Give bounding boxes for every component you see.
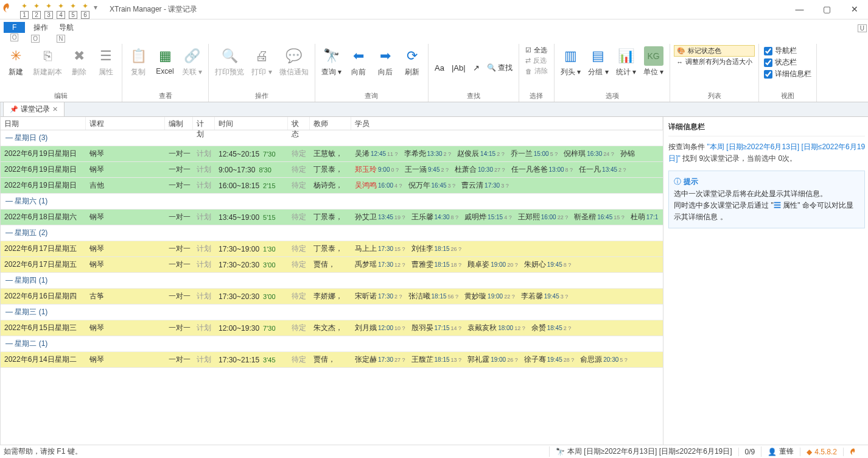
cell-bianzhi: 一对一	[165, 353, 193, 366]
select-reverse-button[interactable]: ⇄ 反选	[523, 55, 550, 66]
table-row[interactable]: 2022年6月17日星期五钢琴一对一计划17:30~19:001'30待定丁景泰…	[1, 241, 663, 257]
qat-button-5[interactable]: ✦5	[67, 4, 79, 16]
toggle-detailbar[interactable]: 详细信息栏	[763, 68, 813, 80]
print-preview-button[interactable]: 🔍打印预览	[212, 45, 247, 79]
table-row[interactable]: 2022年6月19日星期日吉他一对一计划16:00~18:152'15待定杨诗尧…	[1, 178, 663, 194]
file-menu[interactable]: F O	[4, 22, 25, 33]
table-row[interactable]: 2022年6月14日星期二钢琴一对一计划17:30~21:153'45待定贾倩，…	[1, 352, 663, 368]
shortcut-hint: U	[858, 24, 867, 32]
fit-columns-button[interactable]: ↔ 调整所有列为合适大小	[674, 57, 755, 67]
cell-state: 待定	[288, 179, 310, 192]
col-jihua[interactable]: 计划	[193, 117, 215, 130]
status-logo	[843, 448, 864, 456]
refresh-button[interactable]: ⟳刷新	[400, 45, 424, 79]
cell-state: 待定	[288, 211, 310, 224]
excel-button[interactable]: ▦Excel	[153, 45, 177, 77]
tab-label: 课堂记录	[21, 104, 50, 114]
query-button[interactable]: 🔭查询 ▾	[319, 45, 344, 79]
cell-date: 2022年6月18日星期六	[1, 211, 86, 224]
cell-teacher: 杨诗尧，	[310, 179, 351, 192]
group-row[interactable]: 星期日 (3)	[1, 130, 663, 146]
link-button[interactable]: 🔗关联 ▾	[180, 45, 205, 79]
group-row[interactable]: 星期六 (1)	[1, 194, 663, 210]
cell-teacher: 丁景泰，	[310, 163, 351, 176]
cell-teacher: 王慧敏，	[310, 147, 351, 160]
cell-bianzhi: 一对一	[165, 290, 193, 303]
properties-button[interactable]: ☰属性	[94, 45, 118, 79]
menu-nav[interactable]: 导航 N	[57, 21, 76, 34]
toggle-navbar[interactable]: 导航栏	[763, 45, 813, 57]
col-course[interactable]: 课程	[86, 117, 165, 130]
cell-students: 孙艾卫13:4519 ?王乐馨14:308 ?戚明烨15:154 ?王郑熙16:…	[351, 211, 663, 224]
qat-dropdown-icon[interactable]: ▾	[94, 3, 97, 12]
cell-teacher: 朱文杰，	[310, 322, 351, 334]
next-button[interactable]: ➡向后	[373, 45, 397, 79]
cell-time: 17:30~20:303'00	[215, 291, 288, 302]
unit-button[interactable]: KG单位 ▾	[641, 45, 666, 79]
col-bianzhi[interactable]: 编制	[165, 117, 193, 130]
col-students[interactable]: 学员	[351, 117, 663, 130]
table-row[interactable]: 2022年6月19日星期日钢琴一对一计划12:45~20:157'30待定王慧敏…	[1, 146, 663, 162]
window-maximize-button[interactable]: ▢	[813, 0, 841, 18]
find-word-toggle[interactable]: |Ab|	[449, 61, 468, 75]
cell-jihua: 计划	[193, 322, 215, 334]
new-button[interactable]: ✳新建	[4, 45, 28, 79]
qat-button-2[interactable]: ✦2	[30, 4, 43, 16]
delete-button[interactable]: ✖删除	[67, 45, 91, 79]
qat-button-1[interactable]: ✦1	[18, 4, 30, 16]
qat-button-3[interactable]: ✦3	[43, 4, 55, 16]
cell-jihua: 计划	[193, 290, 215, 303]
qat-button-6[interactable]: ✦6	[79, 4, 91, 16]
prev-button[interactable]: ⬅向前	[346, 45, 371, 79]
column-header-button[interactable]: ▥列头 ▾	[558, 45, 583, 79]
table-row[interactable]: 2022年6月16日星期四古筝一对一计划17:30~20:303'00待定李娇娜…	[1, 289, 663, 305]
group-row[interactable]: 星期三 (1)	[1, 305, 663, 320]
menu-ops[interactable]: 操作 O	[31, 21, 51, 34]
group-row[interactable]: 星期二 (1)	[1, 336, 663, 352]
table-row[interactable]: 2022年6月18日星期六钢琴一对一计划13:45~19:005'15待定丁景泰…	[1, 210, 663, 225]
cell-teacher: 丁景泰，	[310, 242, 351, 255]
window-close-button[interactable]: ✕	[841, 0, 868, 18]
select-all-button[interactable]: ☑ 全选	[523, 45, 550, 55]
toggle-statusbar[interactable]: 状态栏	[763, 57, 813, 68]
find-button[interactable]: 🔍 查找	[485, 60, 515, 76]
cell-time: 16:00~18:152'15	[215, 180, 288, 191]
cell-course: 钢琴	[86, 258, 165, 271]
tab-class-records[interactable]: 📌 课堂记录 ✕	[3, 102, 65, 116]
wechat-notify-button[interactable]: 💬微信通知	[277, 45, 311, 79]
cell-time: 17:30~20:303'00	[215, 259, 288, 270]
qat-button-4[interactable]: ✦4	[55, 4, 67, 16]
table-row[interactable]: 2022年6月15日星期三钢琴一对一计划12:00~19:307'30待定朱文杰…	[1, 320, 663, 336]
col-time[interactable]: 时间	[215, 117, 288, 130]
tab-strip: 📌 课堂记录 ✕	[1, 102, 868, 117]
group-row[interactable]: 星期五 (2)	[1, 225, 663, 241]
status-count: 0/9	[738, 448, 761, 456]
table-row[interactable]: 2022年6月19日星期日钢琴一对一计划9:00~17:308'30待定丁景泰，…	[1, 162, 663, 178]
copy-button[interactable]: 📋复制	[126, 45, 150, 79]
col-state[interactable]: 状态	[288, 117, 310, 130]
group-row[interactable]: 星期四 (1)	[1, 273, 663, 289]
mark-state-color-button[interactable]: 🎨 标记状态色	[674, 45, 755, 57]
find-arrow-toggle[interactable]: ↗	[471, 61, 482, 75]
cell-students: 马上上17:3015 ?刘佳李18:1526 ?	[351, 242, 663, 255]
stats-button[interactable]: 📊统计 ▾	[614, 45, 639, 79]
cell-course: 吉他	[86, 179, 165, 192]
print-button[interactable]: 🖨打印 ▾	[249, 45, 274, 79]
data-grid[interactable]: 日期 课程 编制 计划 时间 状态 教师 学员 星期日 (3)2022年6月19…	[1, 117, 663, 445]
col-teacher[interactable]: 教师	[310, 117, 351, 130]
cell-time: 12:45~20:157'30	[215, 149, 288, 160]
window-minimize-button[interactable]: —	[786, 0, 813, 18]
cell-students: 吴鸿鸣16:004 ?倪万年16:453 ?曹云清17:303 ?	[351, 179, 663, 192]
cell-students: 禹梦瑶17:3012 ?曹雅雯18:1518 ?顾卓姿19:0020 ?朱妍心1…	[351, 258, 663, 271]
col-date[interactable]: 日期	[1, 117, 86, 130]
find-case-toggle[interactable]: Aa	[432, 61, 447, 75]
group-button[interactable]: ▤分组 ▾	[586, 45, 611, 79]
status-user: 👤 董锋	[761, 446, 800, 457]
select-clear-button[interactable]: 🗑 清除	[523, 66, 550, 76]
table-row[interactable]: 2022年6月17日星期五钢琴一对一计划17:30~20:303'00待定贾倩，…	[1, 257, 663, 273]
cell-date: 2022年6月16日星期四	[1, 290, 86, 303]
file-menu-label: F	[12, 23, 16, 32]
new-copy-button[interactable]: ⎘新建副本	[30, 45, 65, 79]
tab-close-icon[interactable]: ✕	[52, 105, 58, 113]
status-filter[interactable]: 🔭 本周 [日期≥2022年6月13日] [日期≤2022年6月19日]	[549, 446, 738, 457]
